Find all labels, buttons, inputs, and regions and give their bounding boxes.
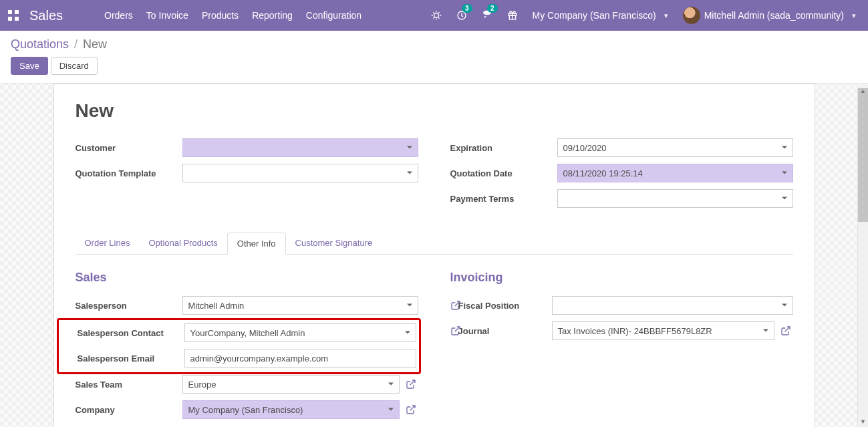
salesperson-label: Salesperson [76,301,182,311]
scroll-down-icon[interactable]: ▼ [858,416,868,427]
payment-terms-label: Payment Terms [450,194,557,204]
quotation-date-field[interactable]: 08/11/2020 19:25:14 [557,164,793,182]
quotation-date-label: Quotation Date [450,168,557,178]
company-selector[interactable]: My Company (San Francisco) [526,0,675,31]
avatar [683,7,700,24]
apps-icon[interactable] [0,0,27,31]
quotation-template-label: Quotation Template [76,168,182,178]
external-link-icon[interactable] [404,377,418,392]
company-label: Company [76,405,182,415]
customer-label: Customer [76,143,182,153]
menu-reporting[interactable]: Reporting [245,0,299,31]
salesperson-email-label: Salesperson Email [78,353,184,364]
invoicing-section-title: Invoicing [450,271,793,285]
journal-field[interactable]: Tax Invoices (INR)- 24BBBFF5679L8ZR [552,321,774,340]
activities-icon[interactable]: 3 [450,0,474,31]
messages-badge: 2 [487,4,498,13]
gift-icon[interactable] [500,0,525,31]
tab-other-info[interactable]: Other Info [227,233,286,255]
control-panel: Quotations / New Save Discard [0,31,868,84]
tab-customer-signature[interactable]: Customer Signature [286,233,382,254]
breadcrumb: Quotations / New [11,37,857,51]
company-field[interactable]: My Company (San Francisco) [182,400,400,419]
menu-configuration[interactable]: Configuration [299,0,368,31]
user-name: Mitchell Admin (sada_community) [704,10,844,21]
svg-rect-2 [8,17,12,21]
journal-label: Journal [458,326,552,336]
expiration-label: Expiration [450,143,557,153]
external-link-icon[interactable] [404,402,418,417]
breadcrumb-parent[interactable]: Quotations [11,37,69,51]
external-link-icon[interactable] [778,323,793,338]
tab-order-lines[interactable]: Order Lines [76,233,140,254]
sales-team-field[interactable]: Europe [182,375,400,394]
highlight-box: Salesperson Contact YourCompany, Mitchel… [57,318,421,374]
payment-terms-field[interactable] [557,189,793,208]
quotation-template-field[interactable] [182,164,418,182]
activities-badge: 3 [462,4,472,13]
company-name: My Company (San Francisco) [533,10,656,21]
svg-rect-1 [15,10,19,14]
menu-orders[interactable]: Orders [98,0,140,31]
svg-rect-0 [8,10,12,14]
salesperson-contact-label: Salesperson Contact [78,328,184,338]
main-menu: Orders To Invoice Products Reporting Con… [98,0,368,31]
save-button[interactable]: Save [11,57,48,75]
scrollbar-thumb[interactable] [858,88,868,222]
menu-to-invoice[interactable]: To Invoice [140,0,195,31]
sales-section-title: Sales [76,271,418,285]
menu-products[interactable]: Products [195,0,245,31]
salesperson-field[interactable]: Mitchell Admin [182,296,418,315]
app-brand[interactable]: Sales [29,8,63,23]
salesperson-contact-field[interactable]: YourCompany, Mitchell Admin [184,323,416,342]
tab-optional-products[interactable]: Optional Products [139,233,227,254]
fiscal-position-label: Fiscal Position [458,301,552,311]
svg-point-4 [434,13,438,18]
tabs: Order Lines Optional Products Other Info… [76,233,793,255]
salesperson-email-field[interactable]: admin@yourcompany.example.com [184,349,416,368]
debug-icon[interactable] [424,0,448,31]
nav-right: 3 2 My Company (San Francisco) Mitchell … [424,0,863,31]
scrollbar[interactable]: ▲ ▼ [857,86,868,427]
svg-rect-3 [15,17,19,21]
page-title: New [76,100,793,122]
sales-team-label: Sales Team [76,380,182,390]
scroll-up-icon[interactable]: ▲ [858,86,868,96]
breadcrumb-current: New [83,37,107,51]
messages-icon[interactable]: 2 [475,0,499,31]
discard-button[interactable]: Discard [51,57,98,75]
form-sheet: New Customer Quotation Template [53,84,815,427]
breadcrumb-sep: / [74,37,78,51]
customer-field[interactable] [182,138,418,157]
user-menu[interactable]: Mitchell Admin (sada_community) [676,0,863,31]
navbar: Sales Orders To Invoice Products Reporti… [0,0,868,31]
fiscal-position-field[interactable] [552,296,793,315]
expiration-field[interactable]: 09/10/2020 [557,138,793,157]
